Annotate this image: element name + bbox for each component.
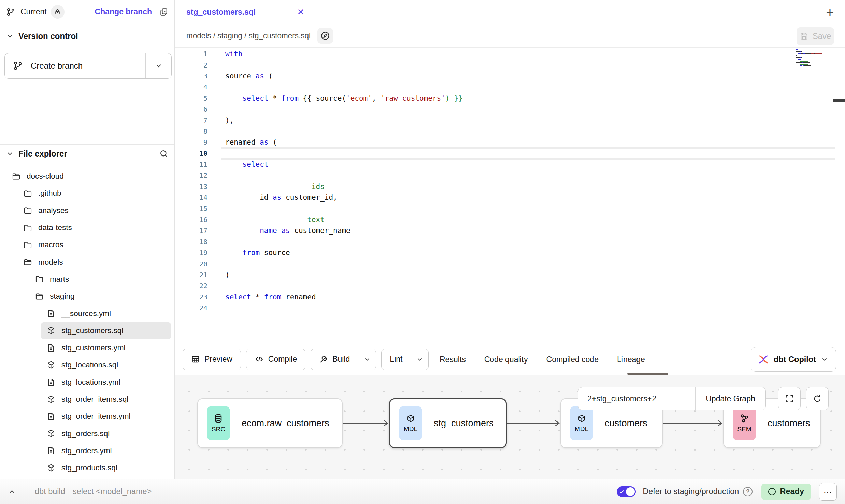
code-line[interactable]: 6 (175, 104, 845, 115)
refresh-icon[interactable] (806, 387, 829, 410)
code-line[interactable]: 5 select * from {{ source('ecom', 'raw_c… (175, 93, 845, 104)
code-line[interactable]: 13 ---------- ids (175, 181, 845, 192)
line-number: 23 (175, 293, 218, 301)
code-line[interactable]: 12 (175, 170, 845, 181)
file-row-staging[interactable]: staging (29, 288, 171, 305)
change-branch-link[interactable]: Change branch (95, 7, 152, 16)
code-line[interactable]: 23select * from renamed (175, 292, 845, 302)
code-line[interactable]: 22 (175, 280, 845, 291)
file-row-stg-customers-yml[interactable]: stg_customers.yml (41, 339, 171, 356)
panel-tab-lineage[interactable]: Lineage (617, 355, 645, 364)
code-line[interactable]: 17 name as customer_name (175, 225, 845, 236)
create-branch-dropdown[interactable] (145, 53, 171, 78)
code-line[interactable]: 7), (175, 115, 845, 125)
active-tab-underline (627, 373, 668, 375)
code-line[interactable]: 3source as ( (175, 71, 845, 81)
code-text: name as customer_name (218, 226, 350, 235)
new-tab-button[interactable]: + (822, 4, 838, 20)
lineage-node-mdl-stg-customers[interactable]: MDLstg_customers (389, 398, 507, 448)
question-icon[interactable]: ? (743, 487, 753, 496)
file-row-stg-locations-sql[interactable]: stg_locations.sql (41, 356, 171, 373)
file-row-stg-orders-yml[interactable]: stg_orders.yml (41, 442, 171, 459)
line-number: 22 (175, 282, 218, 290)
file-row-docs-cloud[interactable]: docs-cloud (6, 168, 171, 185)
file-row-stg-order-items-sql[interactable]: stg_order_items.sql (41, 391, 171, 408)
code-line[interactable]: 15 (175, 203, 845, 214)
node-badge-label: MDL (404, 425, 417, 433)
lineage-controls: 2+stg_customers+2 Update Graph (578, 387, 766, 410)
code-line[interactable]: 20 (175, 258, 845, 269)
lineage-filter-input[interactable]: 2+stg_customers+2 (578, 387, 696, 410)
panel-tab-compiled-code[interactable]: Compiled code (546, 355, 599, 364)
build-button[interactable]: Build (311, 349, 376, 370)
node-label: stg_customers (434, 418, 494, 429)
file-row-macros[interactable]: macros (18, 236, 171, 253)
file-label: staging (50, 292, 75, 301)
file-row--sources-yml[interactable]: __sources.yml (41, 305, 171, 322)
code-line[interactable]: 14 id as customer_id, (175, 192, 845, 203)
more-menu-button[interactable]: … (819, 483, 837, 501)
panel-tab-results[interactable]: Results (440, 355, 466, 364)
file-row-models[interactable]: models (18, 253, 171, 270)
file-row-marts[interactable]: marts (29, 271, 171, 288)
create-branch-button[interactable]: Create branch (4, 53, 172, 79)
file-row-stg-locations-yml[interactable]: stg_locations.yml (41, 374, 171, 391)
scrollbar-thumb[interactable] (833, 99, 845, 102)
defer-toggle[interactable] (617, 486, 636, 497)
code-line[interactable]: 16 ---------- text (175, 214, 845, 225)
code-line[interactable]: 4 (175, 81, 845, 92)
search-icon[interactable] (159, 149, 169, 159)
status-badge[interactable]: Ready (761, 484, 811, 500)
node-badge-label: MDL (575, 425, 588, 433)
code-line[interactable]: 9renamed as ( (175, 137, 845, 148)
code-line[interactable]: 24 (175, 302, 845, 313)
code-line[interactable]: 1with (175, 48, 845, 59)
build-dropdown[interactable] (358, 349, 376, 370)
save-button[interactable]: Save (797, 27, 834, 45)
file-label: data-tests (38, 223, 72, 232)
code-line[interactable]: 18 (175, 236, 845, 247)
file-row-stg-order-items-yml[interactable]: stg_order_items.yml (41, 408, 171, 425)
version-control-header[interactable]: Version control (6, 31, 78, 41)
compass-icon[interactable] (317, 28, 333, 44)
line-number: 18 (175, 238, 218, 246)
status-bar: dbt build --select <model_name> Defer to… (0, 479, 845, 504)
file-row--github[interactable]: .github (18, 185, 171, 202)
close-icon[interactable]: ✕ (297, 8, 304, 16)
code-line[interactable]: 8 (175, 126, 845, 137)
code-line[interactable]: 2 (175, 59, 845, 70)
preview-button[interactable]: Preview (183, 349, 241, 370)
doc-icon (46, 377, 56, 387)
chevron-up-icon[interactable] (0, 479, 24, 504)
code-line[interactable]: 19 from source (175, 247, 845, 258)
code-text: ---------- text (218, 216, 325, 224)
compile-button[interactable]: Compile (246, 349, 305, 370)
panel-tab-code-quality[interactable]: Code quality (484, 355, 528, 364)
file-row-data-tests[interactable]: data-tests (18, 219, 171, 236)
code-line[interactable]: 21) (175, 269, 845, 280)
lineage-node-src-ecom-raw-customers[interactable]: SRCecom.raw_customers (197, 398, 343, 448)
file-row-analyses[interactable]: analyses (18, 202, 171, 219)
code-line[interactable]: 10 (175, 148, 845, 159)
code-text: ---------- ids (218, 182, 325, 191)
file-row-stg-customers-sql[interactable]: stg_customers.sql (41, 322, 171, 339)
lint-dropdown[interactable] (411, 349, 428, 370)
tab-stg-customers-sql[interactable]: stg_customers.sql ✕ (175, 0, 314, 24)
file-explorer-header[interactable]: File explorer (6, 149, 169, 159)
lineage-edge (507, 419, 560, 428)
dbt-copilot-button[interactable]: dbt Copilot (751, 347, 836, 372)
fullscreen-icon[interactable] (778, 387, 801, 410)
copy-icon[interactable] (159, 8, 168, 16)
minimap[interactable] (796, 49, 822, 74)
line-number: 15 (175, 205, 218, 213)
update-graph-button[interactable]: Update Graph (696, 387, 765, 410)
code-editor[interactable]: 1with23source as (45 select * from {{ so… (175, 48, 845, 344)
wrench-icon (319, 355, 328, 364)
code-text: with (218, 50, 243, 58)
code-line[interactable]: 11 select (175, 159, 845, 170)
command-input[interactable]: dbt build --select <model_name> (35, 487, 152, 496)
lint-button[interactable]: Lint (381, 349, 429, 370)
file-row-stg-products-sql[interactable]: stg_products.sql (41, 459, 171, 476)
file-row-stg-orders-sql[interactable]: stg_orders.sql (41, 425, 171, 442)
lineage-canvas[interactable]: SRCecom.raw_customersMDLstg_customersMDL… (175, 375, 845, 479)
